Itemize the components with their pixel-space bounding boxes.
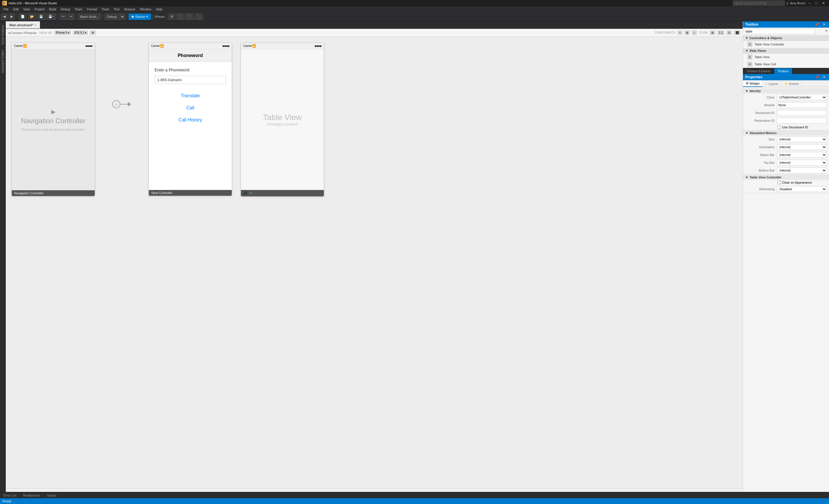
menu-debug[interactable]: Debug (59, 7, 72, 11)
tab-layout[interactable]: ─ Layout (762, 80, 781, 87)
menu-project[interactable]: Project (32, 7, 47, 11)
phoneword-input[interactable] (154, 76, 226, 84)
open-button[interactable]: 📂 (28, 13, 36, 20)
toolbox-search-input[interactable] (744, 29, 815, 34)
ios-version-button[interactable]: iOS 9.2 ▾ (73, 31, 88, 35)
toolbox-item-table-view-cell[interactable]: ⊞ Table View Cell (743, 61, 829, 68)
toolbar-icon-1[interactable]: ⚙ (168, 13, 175, 20)
toolbox-tab[interactable]: Toolbox (774, 68, 792, 74)
menu-build[interactable]: Build (47, 7, 59, 11)
constraints-btn-2[interactable]: ⊞ (685, 31, 690, 35)
menu-test[interactable]: Test (111, 7, 122, 11)
toolbox-item-label-tvc: Table View Cell (754, 63, 776, 66)
restoration-id-input[interactable] (777, 118, 827, 123)
vc-nav-bar: Phoneword (149, 49, 232, 62)
props-close-button[interactable]: ✕ (822, 75, 827, 79)
toolbox-section-header-controllers[interactable]: ▼ Controllers & Objects (743, 35, 829, 41)
zoom-100-button[interactable]: 1:1 (717, 31, 724, 35)
zoom-fit-button[interactable]: ⊞ (710, 31, 715, 35)
constraints-btn-1[interactable]: + (678, 31, 682, 35)
sidebar-tab-document-outline[interactable]: Document Outline (1, 47, 5, 75)
call-button[interactable]: Call (154, 102, 226, 114)
build-config-dropdown[interactable]: Debug Release (105, 13, 125, 20)
zoom-out-button[interactable]: ⊡ (726, 31, 732, 35)
save-button[interactable]: 💾 (37, 13, 45, 20)
output-tab[interactable]: Output (43, 494, 60, 497)
minimize-button[interactable]: ─ (806, 1, 813, 6)
menu-tools[interactable]: Tools (99, 7, 111, 11)
orientation-select[interactable]: Inferred (777, 144, 827, 150)
bottom-bar-select[interactable]: Inferred (777, 168, 827, 173)
top-bar-select[interactable]: Inferred (777, 160, 827, 166)
props-simulated-header[interactable]: ▼ Simulated Metrics (743, 131, 829, 136)
batch-build-button[interactable]: Batch Build... (78, 13, 101, 20)
title-bar: Hello.iOS - Microsoft Visual Studio ⚠ Am… (0, 0, 829, 6)
toolbar-icon-3[interactable]: ⬛ (186, 13, 194, 20)
zoom-expand-button[interactable]: ⬛ (734, 31, 740, 35)
toolbox-panel: Toolbox 📌 ✕ ✕ ▼ Controllers & Objects ⊞ … (743, 21, 829, 68)
props-pin-button[interactable]: 📌 (814, 75, 820, 79)
toolbox-pin-button[interactable]: 📌 (814, 23, 820, 27)
breakpoints-tab[interactable]: Breakpoints (20, 494, 43, 497)
warning-icon: ⚠ (786, 1, 789, 5)
tvc-phone[interactable]: Carrier 📶 ■■■■ Table View Prototype Cont… (241, 43, 324, 196)
toolbox-item-table-view[interactable]: ⊞ Table View (743, 53, 829, 61)
toolbar-icon-4[interactable]: ⬛ (195, 13, 203, 20)
horizontal-scrollbar[interactable] (6, 489, 743, 492)
solution-explorer-tab[interactable]: Solution Explorer (743, 68, 774, 74)
toolbox-title-btns: 📌 ✕ (814, 23, 827, 27)
status-bar: Ready (0, 498, 829, 504)
props-tvc-header[interactable]: ▼ Table View Controller (743, 175, 829, 180)
toolbox-close-button[interactable]: ✕ (822, 23, 827, 27)
menu-view[interactable]: View (21, 7, 33, 11)
nav-status-bar: Carrier 📶 ■■■■ (12, 43, 95, 49)
tab-events[interactable]: ⚡ Events (781, 80, 802, 87)
menu-window[interactable]: Window (138, 7, 153, 11)
menu-analyze[interactable]: Analyze (122, 7, 138, 11)
redo-button[interactable]: ↪ (68, 13, 74, 20)
toolbox-item-table-view-controller[interactable]: ⊞ Table View Controller (743, 41, 829, 48)
iphone6-button[interactable]: iPhone 6 ▾ (55, 31, 71, 35)
clear-appearance-checkbox[interactable] (778, 181, 781, 184)
menu-file[interactable]: File (1, 7, 11, 11)
props-title-btns: 📌 ✕ (814, 75, 827, 79)
size-select[interactable]: Inferred (777, 137, 827, 142)
constraints-btn-3[interactable]: □ (692, 31, 696, 35)
sidebar-tab-server-explorer[interactable]: Server Explorer (1, 23, 5, 47)
save-all-button[interactable]: 💾+ (46, 13, 56, 20)
refreshing-select[interactable]: Disabled Enabled (777, 186, 827, 192)
tab-close-icon[interactable]: ✕ (34, 23, 37, 27)
status-bar-select[interactable]: Inferred (777, 152, 827, 158)
translate-button[interactable]: Translate (154, 90, 226, 102)
tab-widget[interactable]: ⚙ Widget (743, 80, 762, 87)
menu-edit[interactable]: Edit (11, 7, 21, 11)
toolbox-section-header-data-views[interactable]: ▼ Data Views (743, 48, 829, 53)
run-button[interactable]: ▶ Device ▾ (129, 13, 151, 20)
quick-launch-input[interactable] (733, 1, 785, 6)
back-button[interactable]: ◀ (1, 13, 7, 20)
vc-phone[interactable]: Carrier 📶 ■■■■ Phoneword Enter a Phonewo… (148, 43, 232, 196)
tab-bar: Main.storyboard* ✕ (6, 21, 743, 29)
props-identity-header[interactable]: ▼ Identity (743, 88, 829, 94)
forward-button[interactable]: ▶ (9, 13, 15, 20)
menu-format[interactable]: Format (85, 7, 99, 11)
new-project-button[interactable]: 📄 (19, 13, 27, 20)
tab-main-storyboard[interactable]: Main.storyboard* ✕ (6, 21, 40, 29)
toolbox-search-clear[interactable]: ✕ (825, 29, 828, 33)
storyboard-id-input[interactable] (777, 110, 827, 116)
menu-team[interactable]: Team (73, 7, 85, 11)
call-history-button[interactable]: Call History (154, 114, 226, 126)
restore-button[interactable]: □ (814, 1, 819, 6)
class-select[interactable]: UITableViewController (777, 95, 827, 100)
toolbox-title-bar: Toolbox 📌 ✕ (743, 21, 829, 28)
undo-button[interactable]: ↩ (60, 13, 67, 20)
module-input[interactable] (777, 102, 827, 108)
use-storyboard-checkbox[interactable] (778, 125, 781, 129)
canvas-settings-button[interactable]: ⚙ (90, 31, 96, 35)
canvas-scroll[interactable]: Carrier 📶 ■■■■ ▶ Navigation Controller C… (6, 37, 743, 489)
nav-controller-phone[interactable]: Carrier 📶 ■■■■ ▶ Navigation Controller C… (11, 43, 95, 196)
close-button[interactable]: ✕ (820, 1, 827, 6)
menu-help[interactable]: Help (153, 7, 165, 11)
toolbar-icon-2[interactable]: ⬛ (176, 13, 184, 20)
error-list-tab[interactable]: Error List (0, 494, 20, 497)
